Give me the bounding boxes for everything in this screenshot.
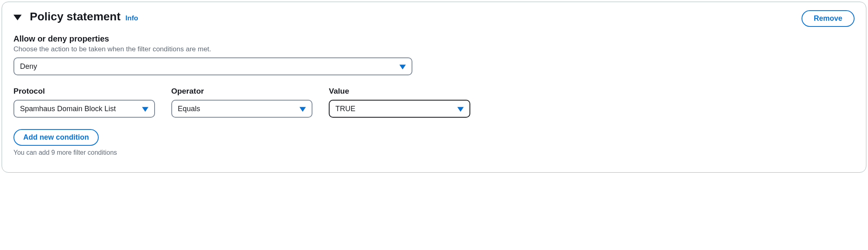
- panel-header: Policy statement Info Remove: [13, 10, 855, 27]
- svg-marker-3: [299, 107, 306, 112]
- value-select[interactable]: TRUE: [329, 100, 470, 118]
- chevron-down-icon: [457, 105, 464, 114]
- condition-row: Protocol Spamhaus Domain Block List Oper…: [13, 87, 470, 118]
- add-condition-hint: You can add 9 more filter conditions: [13, 149, 855, 156]
- protocol-value: Spamhaus Domain Block List: [20, 105, 116, 113]
- chevron-down-icon: [142, 105, 148, 114]
- svg-marker-2: [142, 107, 148, 112]
- chevron-down-icon: [299, 105, 306, 114]
- protocol-select[interactable]: Spamhaus Domain Block List: [13, 100, 155, 118]
- allow-deny-section: Allow or deny properties Choose the acti…: [13, 34, 855, 75]
- info-link[interactable]: Info: [126, 14, 138, 22]
- svg-marker-4: [457, 107, 464, 112]
- allow-deny-value: Deny: [20, 62, 37, 71]
- collapse-toggle[interactable]: [13, 15, 22, 22]
- remove-button[interactable]: Remove: [802, 10, 855, 27]
- operator-column: Operator Equals: [171, 87, 313, 118]
- operator-select[interactable]: Equals: [171, 100, 313, 118]
- value-column: Value TRUE: [329, 87, 470, 118]
- allow-deny-label: Allow or deny properties: [13, 34, 855, 44]
- add-condition-section: Add new condition You can add 9 more fil…: [13, 118, 855, 156]
- value-value: TRUE: [335, 105, 355, 113]
- svg-marker-1: [399, 65, 406, 70]
- add-condition-button[interactable]: Add new condition: [13, 129, 99, 146]
- operator-label: Operator: [171, 87, 313, 96]
- protocol-label: Protocol: [13, 87, 155, 96]
- panel-title: Policy statement: [30, 10, 121, 23]
- svg-marker-0: [13, 15, 22, 20]
- allow-deny-select[interactable]: Deny: [13, 57, 412, 75]
- policy-statement-panel: Policy statement Info Remove Allow or de…: [2, 2, 866, 173]
- title-row: Policy statement Info: [13, 10, 138, 23]
- protocol-column: Protocol Spamhaus Domain Block List: [13, 87, 155, 118]
- operator-value: Equals: [178, 105, 200, 113]
- allow-deny-description: Choose the action to be taken when the f…: [13, 45, 855, 53]
- value-label: Value: [329, 87, 470, 96]
- caret-down-icon: [13, 15, 22, 20]
- chevron-down-icon: [399, 63, 406, 72]
